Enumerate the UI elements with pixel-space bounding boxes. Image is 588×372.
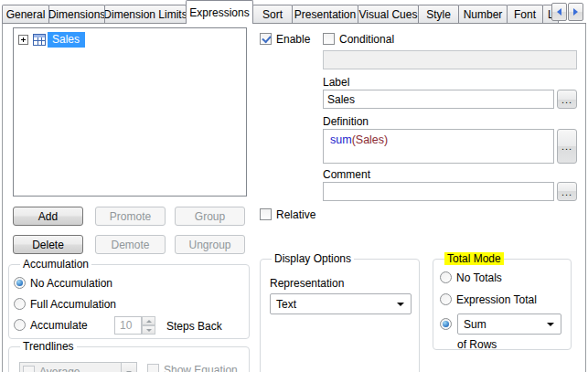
button-label: Promote — [110, 210, 151, 223]
tab-label: Visual Cues — [359, 8, 418, 21]
expressions-tab-content: Sales Add Promote Group Delete Demote Un… — [2, 24, 586, 372]
tab-label: Expressions — [189, 6, 249, 19]
tab-label: Dimension Limits — [104, 8, 187, 21]
show-equation-checkbox[interactable] — [147, 364, 159, 372]
tab-label: General — [6, 8, 46, 21]
combo-arrow-button[interactable] — [121, 363, 136, 372]
full-accumulation-label[interactable]: Full Accumulation — [30, 298, 116, 311]
accumulation-group: Accumulation No Accumulation Full Accumu… — [8, 264, 250, 339]
tab-label: Presentation — [294, 8, 356, 21]
trendlines-title: Trendlines — [20, 340, 77, 353]
triangle-down-icon — [146, 329, 152, 332]
conditional-checkbox[interactable] — [323, 33, 335, 45]
promote-button[interactable]: Promote — [95, 207, 166, 226]
radio-expression-total[interactable] — [440, 293, 452, 305]
relative-checkbox[interactable] — [260, 208, 272, 220]
expression-item-label: Sales — [48, 32, 85, 48]
total-mode-title: Total Mode — [444, 252, 504, 265]
delete-button[interactable]: Delete — [13, 235, 83, 254]
button-label: Add — [38, 210, 58, 223]
steps-input[interactable]: 10 — [114, 316, 142, 335]
ungroup-button[interactable]: Ungroup — [175, 235, 245, 254]
tab-dimension-limits[interactable]: Dimension Limits — [104, 5, 187, 24]
expand-plus-icon[interactable] — [18, 35, 28, 45]
tab-bar: General Dimensions Dimension Limits Expr… — [2, 0, 586, 24]
steps-back-spinner: 10 — [114, 316, 155, 335]
button-label: Delete — [32, 239, 64, 251]
no-totals-label[interactable]: No Totals — [456, 271, 502, 284]
tab-sort[interactable]: Sort — [252, 5, 293, 24]
spin-down-button[interactable] — [142, 325, 155, 335]
tab-expressions[interactable]: Expressions — [186, 0, 253, 24]
representation-caption: Representation — [270, 277, 344, 290]
accumulation-title: Accumulation — [20, 258, 91, 271]
button-label: Group — [195, 210, 225, 223]
radio-full-accumulation[interactable] — [14, 298, 26, 310]
group-button[interactable]: Group — [175, 207, 245, 226]
add-button[interactable]: Add — [13, 207, 83, 226]
tab-label: Sort — [262, 8, 283, 21]
tab-dimensions[interactable]: Dimensions — [48, 5, 105, 24]
steps-back-label: Steps Back — [166, 320, 222, 333]
tab-scroll-left-button[interactable] — [551, 3, 567, 21]
of-rows-label: of Rows — [457, 338, 497, 351]
conditional-label[interactable]: Conditional — [339, 33, 394, 46]
representation-value: Text — [276, 298, 296, 311]
show-equation-label: Show Equation — [164, 364, 238, 372]
tab-scroll-right-button[interactable] — [568, 3, 583, 21]
triangle-up-icon — [146, 320, 152, 323]
demote-button[interactable]: Demote — [95, 235, 166, 254]
definition-field-token: (Sales) — [352, 133, 389, 146]
enable-checkbox[interactable] — [260, 33, 272, 45]
label-caption: Label — [323, 76, 349, 89]
table-icon — [33, 34, 46, 46]
total-mode-group: Total Mode No Totals Expression Total Su… — [433, 259, 572, 350]
definition-ellipsis-button[interactable]: ... — [557, 129, 577, 164]
tab-label: Font — [514, 8, 536, 21]
radio-sum-of-rows[interactable] — [440, 318, 452, 330]
comment-ellipsis-button[interactable]: ... — [557, 182, 577, 201]
arrow-right-icon — [573, 8, 578, 16]
expressions-listbox[interactable]: Sales — [13, 27, 247, 197]
no-accumulation-label[interactable]: No Accumulation — [30, 277, 112, 290]
expression-item-sales[interactable]: Sales — [14, 31, 85, 48]
label-ellipsis-button[interactable]: ... — [557, 90, 577, 109]
radio-accumulate[interactable] — [14, 319, 26, 331]
tab-number[interactable]: Number — [458, 5, 508, 24]
average-combobox[interactable]: Average — [19, 362, 137, 372]
ellipsis-icon: ... — [561, 141, 572, 152]
expression-total-label[interactable]: Expression Total — [456, 293, 537, 306]
button-label: Ungroup — [188, 239, 230, 251]
label-input[interactable] — [323, 90, 554, 109]
tab-label: Number — [464, 8, 503, 21]
tab-visual-cues[interactable]: Visual Cues — [358, 5, 419, 24]
chart-properties-dialog: General Dimensions Dimension Limits Expr… — [0, 0, 588, 372]
definition-box[interactable]: sum(Sales) — [323, 129, 554, 164]
radio-no-accumulation[interactable] — [14, 277, 26, 289]
tab-font[interactable]: Font — [507, 5, 543, 24]
radio-no-totals[interactable] — [440, 271, 452, 283]
tab-general[interactable]: General — [2, 5, 49, 24]
tab-label: Style — [426, 8, 451, 21]
average-label: Average — [39, 366, 80, 372]
tab-style[interactable]: Style — [418, 5, 459, 24]
arrow-left-icon — [557, 8, 561, 16]
definition-function-token: sum — [330, 133, 352, 146]
display-options-title: Display Options — [272, 252, 354, 265]
button-label: Demote — [111, 239, 149, 251]
tab-presentation[interactable]: Presentation — [292, 5, 358, 24]
average-checkbox[interactable] — [23, 366, 35, 372]
spin-up-button[interactable] — [142, 316, 155, 325]
sum-combobox[interactable]: Sum — [457, 314, 561, 335]
comment-caption: Comment — [323, 168, 370, 181]
relative-label[interactable]: Relative — [276, 208, 315, 221]
conditional-input[interactable] — [323, 50, 577, 69]
comment-input[interactable] — [323, 182, 554, 201]
representation-combobox[interactable]: Text — [270, 293, 412, 314]
sum-value: Sum — [464, 318, 486, 331]
accumulate-label[interactable]: Accumulate — [30, 319, 88, 332]
display-options-group: Display Options Representation Text — [260, 259, 420, 372]
enable-label[interactable]: Enable — [276, 33, 310, 46]
ellipsis-icon: ... — [561, 186, 572, 197]
definition-caption: Definition — [323, 115, 369, 128]
